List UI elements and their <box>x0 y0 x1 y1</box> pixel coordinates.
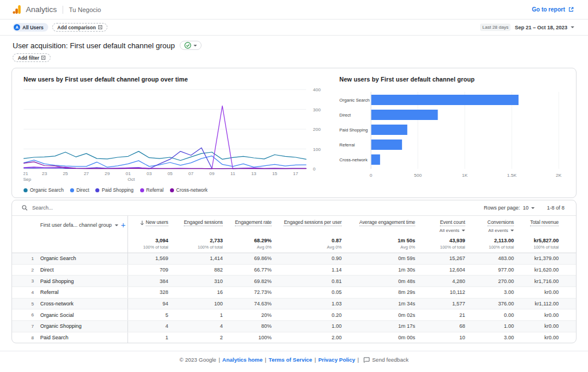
line-chart-title: New users by First user default channel … <box>24 76 339 83</box>
all-users-segment-chip[interactable]: A All Users <box>13 23 48 32</box>
search-input[interactable]: Search... <box>32 205 53 211</box>
google-analytics-logo-icon[interactable] <box>13 5 21 14</box>
table-row-paid-shopping: 3Paid Shopping38431069.82%0.810m 48s4,28… <box>12 276 576 287</box>
svg-text:300: 300 <box>313 107 321 113</box>
totals-conversions: 2,113.00100% of total <box>465 234 514 253</box>
copyright-text: © 2023 Google <box>180 356 216 363</box>
app-bar: Analytics Tu Negocio Go to report <box>0 0 588 20</box>
cell-conversions: 977.00 <box>465 267 514 273</box>
channel-name[interactable]: Paid Search <box>34 332 128 343</box>
terms-of-service-link[interactable]: Terms of Service <box>269 356 312 363</box>
channel-name[interactable]: Organic Search <box>34 253 128 264</box>
cell-engaged-sessions-per-user: 0.81 <box>272 278 342 284</box>
report-status-menu[interactable] <box>180 41 202 50</box>
cell-new-users: 328 <box>128 289 168 295</box>
svg-text:15: 15 <box>272 171 277 176</box>
cell-engagement-rate: 100% <box>223 335 272 340</box>
column-header-total-revenue[interactable]: Total revenue <box>514 216 577 234</box>
totals-new-users: 3,094100% of total <box>128 234 168 253</box>
column-header-engaged-sessions[interactable]: Engaged sessions <box>168 216 223 234</box>
cell-event-count: 12,604 <box>415 267 465 273</box>
charts-card: New users by First user default channel … <box>11 68 577 198</box>
svg-text:07: 07 <box>188 171 194 176</box>
cell-conversions: 270.00 <box>465 278 514 284</box>
channel-name[interactable]: Referral <box>34 287 128 298</box>
cell-new-users: 1,569 <box>128 255 168 261</box>
legend-item-cross-network[interactable]: Cross-network <box>170 187 208 193</box>
svg-text:17: 17 <box>293 171 298 176</box>
send-feedback-link[interactable]: Send feedback <box>372 356 408 363</box>
add-dimension-button[interactable]: + <box>121 220 126 230</box>
channel-name[interactable]: Paid Shopping <box>34 276 128 286</box>
column-header-average-engagement-time[interactable]: Average engagement time <box>342 216 415 234</box>
comparison-bar: A All Users Add comparison Last 28 days … <box>0 20 588 36</box>
channel-name[interactable]: Organic Social <box>34 309 128 320</box>
cell-average-engagement-time: 8m 29s <box>342 289 415 295</box>
row-number: 3 <box>12 278 34 284</box>
add-filter-button[interactable]: Add filter <box>13 53 51 62</box>
svg-text:Oct: Oct <box>127 177 135 182</box>
channel-name[interactable]: Cross-network <box>34 299 128 309</box>
legend-item-paid-shopping[interactable]: Paid Shopping <box>95 187 133 193</box>
svg-text:Sep: Sep <box>24 177 32 182</box>
feedback-icon <box>363 357 370 363</box>
column-header-engaged-sessions-per-user[interactable]: Engaged sessions per user <box>272 216 342 234</box>
date-range-picker[interactable]: Last 28 days Sep 21 – Oct 18, 2023 <box>480 24 574 31</box>
cell-event-count: 4,280 <box>415 278 465 284</box>
row-number: 1 <box>12 256 34 261</box>
cell-average-engagement-time: 0m 02s <box>342 312 415 318</box>
totals-average-engagement-time: 1m 50sAvg 0% <box>342 234 415 253</box>
column-header-new-users[interactable]: New users <box>128 216 168 234</box>
legend-item-organic-search[interactable]: Organic Search <box>24 187 64 193</box>
cell-total-revenue: kr1,620.00 <box>514 267 577 273</box>
appbar-divider <box>63 6 63 14</box>
app-title: Analytics <box>26 5 57 14</box>
line-chart-panel: New users by First user default channel … <box>24 76 339 197</box>
table-row-direct: 2Direct70988266.77%1.141m 30s12,604977.0… <box>12 265 576 276</box>
cell-engaged-sessions: 1,414 <box>168 255 223 261</box>
svg-text:25: 25 <box>63 171 68 176</box>
privacy-policy-link[interactable]: Privacy Policy <box>318 356 355 363</box>
cell-average-engagement-time: 0m 00s <box>342 335 415 340</box>
svg-text:2K: 2K <box>556 173 562 178</box>
line-chart-legend: Organic SearchDirectPaid ShoppingReferra… <box>24 187 339 193</box>
legend-dot <box>170 188 174 192</box>
chevron-down-icon[interactable] <box>531 207 535 209</box>
cell-new-users: 4 <box>128 323 168 329</box>
cell-engagement-rate: 66.77% <box>223 267 272 273</box>
rows-per-page-select[interactable]: 10 <box>523 205 528 211</box>
cell-engagement-rate: 72.73% <box>223 289 272 295</box>
go-to-report-link[interactable]: Go to report <box>532 6 574 13</box>
legend-dot <box>70 188 74 192</box>
legend-item-referral[interactable]: Referral <box>140 187 164 193</box>
rows-per-page-label: Rows per page: <box>483 205 520 211</box>
account-name[interactable]: Tu Negocio <box>69 6 101 13</box>
analytics-home-link[interactable]: Analytics home <box>222 356 262 363</box>
cell-event-count: 10 <box>415 335 465 340</box>
cell-total-revenue: kr0.00 <box>514 312 577 318</box>
row-number: 5 <box>12 301 34 307</box>
svg-text:05: 05 <box>168 171 173 176</box>
channel-name[interactable]: Direct <box>34 265 128 276</box>
metric-filter-all-events[interactable]: All events <box>488 228 514 233</box>
column-header-engagement-rate[interactable]: Engagement rate <box>223 216 272 234</box>
bar-chart-panel: New users by First user default channel … <box>339 76 566 197</box>
chevron-down-icon <box>571 26 574 28</box>
line-chart: 010020030040021Sep2325272901Oct030507091… <box>24 85 339 184</box>
metric-filter-all-events[interactable]: All events <box>439 228 465 233</box>
row-number: 8 <box>12 335 34 340</box>
cell-conversions: 483.00 <box>465 255 514 261</box>
cell-conversions: 3.00 <box>465 335 514 340</box>
column-header-conversions[interactable]: ConversionsAll events <box>465 216 514 234</box>
dimension-column-header[interactable]: First user defa... channel group + <box>34 216 128 234</box>
channel-name[interactable]: Organic Shopping <box>34 321 128 332</box>
row-number: 4 <box>12 290 34 295</box>
legend-item-direct[interactable]: Direct <box>70 187 89 193</box>
cell-event-count: 68 <box>415 323 465 329</box>
cell-total-revenue: kr0.00 <box>514 289 577 295</box>
cell-engaged-sessions-per-user: 0.20 <box>272 312 342 318</box>
column-header-event-count[interactable]: Event countAll events <box>415 216 465 234</box>
add-comparison-button[interactable]: Add comparison <box>52 23 107 32</box>
svg-text:200: 200 <box>313 127 321 132</box>
cell-engaged-sessions: 4 <box>168 323 223 329</box>
